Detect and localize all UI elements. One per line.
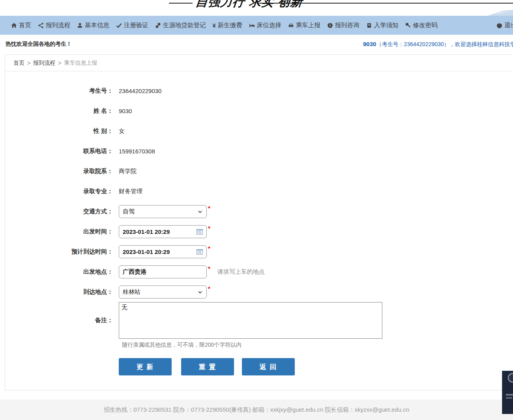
depart-place-label: 出发地点： (5, 268, 119, 276)
college-label: 录取院系： (5, 168, 119, 175)
form-row-arrive-time: 预计到达时间： 2023-01-01 20:29 * (5, 242, 513, 262)
arrive-place-select[interactable]: 桂林站 (119, 286, 207, 299)
nav-item-label: 床位选择 (257, 21, 281, 30)
breadcrumb: 首页 > 报到流程 > 乘车信息上报 (5, 55, 513, 71)
required-mark: * (208, 285, 210, 292)
floating-service-widget[interactable] (502, 371, 513, 414)
depart-time-label: 出发时间： (5, 228, 119, 235)
car-icon (288, 22, 294, 28)
nav-item-bed-select[interactable]: 床位选择 (249, 21, 281, 30)
required-mark: * (208, 265, 210, 272)
footer-contact: 招生热线：0773-2290531 院办：0773-2290550(兼传真) 邮… (104, 406, 409, 414)
remark-label: 备注： (5, 317, 119, 324)
calendar-icon[interactable] (197, 249, 203, 255)
chevron-down-icon (197, 289, 203, 295)
nav-item-basic-info[interactable]: 基本信息 (77, 21, 109, 30)
chevron-down-icon (197, 209, 203, 215)
arrive-place-label: 到达地点： (5, 288, 119, 296)
form-row-gender: 性 别： 女 (5, 121, 513, 141)
logout-button[interactable]: 退出 (496, 21, 513, 30)
gender-value: 女 (119, 127, 125, 135)
required-mark: * (208, 205, 210, 211)
welcome-strip: 热忱欢迎全国各地的考生！ 9030（考生号：2364420229030），欢迎选… (0, 35, 513, 53)
main-panel: 首页 > 报到流程 > 乘车信息上报 考生号： 2364420229030 姓 … (5, 54, 513, 390)
motto-rule-left (169, 3, 193, 4)
transport-mode-value: 自驾 (123, 208, 197, 215)
depart-time-input[interactable]: 2023-01-01 20:29 (119, 225, 207, 238)
nav-item-label: 基本信息 (85, 21, 109, 30)
nav-item-label: 修改密码 (413, 21, 438, 30)
breadcrumb-current: 乘车信息上报 (64, 60, 97, 67)
arrive-place-value: 桂林站 (123, 288, 197, 296)
remark-hint: 随行亲属或其他信息，可不填，限200个字符以内 (122, 342, 513, 349)
widget-text-mark (506, 394, 513, 396)
nav-item-label: 新生缴费 (218, 21, 242, 30)
calendar-icon[interactable] (197, 229, 203, 235)
motto-rule-right (257, 3, 513, 4)
power-icon (496, 22, 502, 28)
home-icon (11, 22, 17, 28)
main-navbar: 首页 报到流程 基本信息 注册验证 生源地贷款登记 ¥ 新生缴费 床位选择 乘车… (0, 16, 513, 35)
bed-icon (249, 22, 255, 28)
nav-item-label: 首页 (19, 21, 31, 30)
exam-no-value: 2364420229030 (119, 88, 161, 94)
student-name: 9030 (363, 41, 376, 47)
form-row-major: 录取专业： 财务管理 (5, 181, 513, 202)
student-welcome-rest: （考生号：2364420229030），欢迎选择桂林信息科技学 (376, 41, 513, 47)
nav-item-admission-notice[interactable]: 入学须知 (366, 21, 399, 30)
form-row-transport-mode: 交通方式： 自驾 * (5, 202, 513, 222)
form-row-college: 录取院系： 商学院 (5, 161, 513, 181)
exam-no-label: 考生号： (5, 87, 119, 95)
breadcrumb-separator: > (58, 60, 61, 66)
nav-item-label: 乘车上报 (296, 21, 320, 30)
depart-place-input[interactable]: 广西贵港 (119, 265, 207, 278)
arrive-time-value: 2023-01-01 20:29 (123, 248, 197, 255)
breadcrumb-process[interactable]: 报到流程 (33, 60, 55, 67)
nav-item-label: 退出 (504, 21, 513, 30)
nav-item-process[interactable]: 报到流程 (38, 21, 70, 30)
phone-label: 联系电话： (5, 147, 119, 155)
transport-mode-select[interactable]: 自驾 (119, 205, 207, 218)
update-button[interactable]: 更 新 (119, 358, 172, 375)
widget-text-mark (506, 397, 512, 399)
gender-label: 性 别： (5, 127, 119, 135)
welcome-message: 热忱欢迎全国各地的考生！ (6, 35, 72, 53)
share-icon (38, 22, 44, 28)
form-row-exam-no: 考生号： 2364420229030 (5, 81, 513, 101)
name-value: 9030 (119, 108, 132, 114)
book-icon (366, 22, 372, 28)
nav-item-change-password[interactable]: 修改密码 (405, 21, 438, 30)
footer-bar: 招生热线：0773-2290531 院办：0773-2290550(兼传真) 邮… (0, 399, 513, 420)
form-row-depart-place: 出发地点： 广西贵港 * 请填写上车的地点 (5, 262, 513, 282)
service-avatar-icon (508, 373, 513, 383)
link-icon (155, 22, 161, 28)
nav-item-report-consult[interactable]: 报到咨询 (327, 21, 359, 30)
arrive-time-input[interactable]: 2023-01-01 20:29 (119, 245, 207, 258)
form-row-phone: 联系电话： 15991670308 (5, 141, 513, 161)
key-icon (405, 22, 411, 28)
depart-place-value: 广西贵港 (123, 268, 203, 276)
nav-item-label: 报到流程 (46, 21, 70, 30)
name-label: 姓 名： (5, 107, 119, 115)
breadcrumb-separator: > (27, 60, 30, 66)
remark-textarea[interactable]: 无 (119, 302, 382, 339)
back-button[interactable]: 返 回 (242, 358, 295, 375)
required-mark: * (208, 225, 210, 231)
info-icon (327, 22, 333, 28)
user-icon (77, 22, 83, 28)
nav-item-loan-register[interactable]: 生源地贷款登记 (155, 21, 206, 30)
arrive-time-label: 预计到达时间： (5, 248, 119, 256)
nav-item-transport-report[interactable]: 乘车上报 (288, 21, 320, 30)
top-banner: 自强力行 求实 创新 (0, 0, 513, 16)
depart-place-hint: 请填写上车的地点 (217, 268, 265, 276)
nav-item-home[interactable]: 首页 (11, 21, 31, 30)
transport-report-form: 考生号： 2364420229030 姓 名： 9030 性 别： 女 联系电话… (5, 71, 513, 375)
transport-mode-label: 交通方式： (5, 208, 119, 215)
check-icon (116, 22, 122, 28)
major-label: 录取专业： (5, 188, 119, 195)
nav-item-payment[interactable]: ¥ 新生缴费 (213, 21, 242, 30)
reset-button[interactable]: 重 置 (181, 358, 234, 375)
major-value: 财务管理 (119, 188, 142, 195)
breadcrumb-home[interactable]: 首页 (13, 60, 24, 67)
nav-item-register-verify[interactable]: 注册验证 (116, 21, 148, 30)
